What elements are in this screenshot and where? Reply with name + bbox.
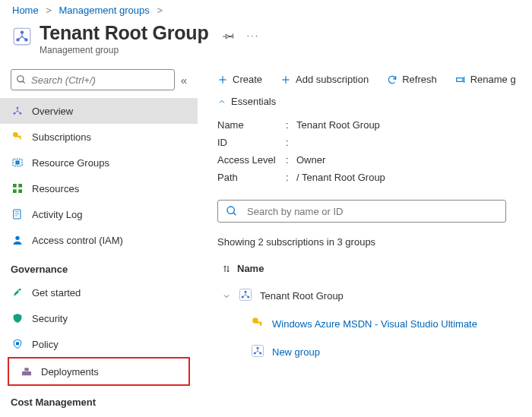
rename-button[interactable]: Rename g — [455, 74, 516, 85]
svg-rect-14 — [13, 184, 17, 188]
essentials-path-value: / Tenant Root Group — [296, 172, 385, 183]
sidebar-item-label: Resource Groups — [32, 157, 109, 169]
breadcrumb-management-groups[interactable]: Management groups — [59, 5, 150, 16]
management-group-icon — [12, 27, 32, 49]
sidebar-search[interactable] — [11, 69, 175, 90]
page-subtitle: Management group — [40, 45, 209, 55]
sidebar-item-resources[interactable]: Resources — [0, 175, 198, 201]
breadcrumb-home[interactable]: Home — [12, 5, 39, 16]
refresh-button[interactable]: Refresh — [387, 74, 437, 85]
key-icon — [11, 131, 24, 143]
tree-row-root[interactable]: Tenant Root Group — [217, 282, 532, 310]
log-icon — [11, 208, 24, 220]
svg-point-4 — [17, 76, 24, 82]
page-title: Tenant Root Group — [40, 22, 209, 44]
svg-point-33 — [227, 207, 234, 213]
sidebar-item-subscriptions[interactable]: Subscriptions — [0, 124, 198, 150]
rocket-icon — [11, 286, 24, 299]
sidebar-item-security[interactable]: Security — [0, 305, 198, 331]
rename-icon — [455, 74, 466, 85]
chevron-right-icon: > — [41, 5, 56, 16]
pin-icon[interactable] — [223, 30, 235, 44]
essentials-toggle[interactable]: Essentials — [217, 96, 532, 116]
sidebar-item-access-control[interactable]: Access control (IAM) — [0, 227, 198, 253]
svg-rect-10 — [17, 136, 21, 137]
name-column-header[interactable]: Name — [217, 258, 532, 282]
svg-rect-13 — [16, 161, 19, 164]
plus-icon — [217, 74, 228, 85]
svg-point-6 — [17, 107, 19, 109]
svg-rect-11 — [20, 137, 21, 140]
sidebar-item-label: Activity Log — [32, 209, 82, 220]
refresh-icon — [387, 74, 397, 85]
sidebar-item-get-started[interactable]: Get started — [0, 280, 198, 305]
sidebar-item-label: Access control (IAM) — [32, 235, 123, 246]
chevron-up-icon — [217, 97, 226, 106]
essentials-id-key: ID — [217, 137, 286, 148]
svg-rect-31 — [456, 77, 462, 81]
svg-rect-24 — [16, 342, 19, 345]
sidebar-item-label: Security — [32, 313, 68, 324]
toolbar: Create Add subscription Refresh Rename g — [217, 66, 532, 96]
section-governance: Governance — [0, 253, 198, 280]
svg-rect-41 — [260, 324, 261, 326]
resource-group-icon — [11, 156, 24, 169]
add-subscription-button[interactable]: Add subscription — [280, 74, 369, 85]
tree-row-subscription[interactable]: Windows Azure MSDN - Visual Studio Ultim… — [217, 310, 532, 338]
sidebar-item-label: Policy — [32, 339, 59, 350]
grid-icon — [11, 182, 24, 194]
person-icon — [11, 234, 24, 246]
tree-row-group[interactable]: New group — [217, 338, 532, 366]
sidebar-item-deployments[interactable]: Deployments — [9, 359, 188, 384]
tree-row-link[interactable]: New group — [272, 346, 320, 358]
svg-point-1 — [21, 30, 24, 33]
chevron-right-icon: > — [152, 5, 167, 16]
more-icon[interactable]: ··· — [247, 30, 260, 44]
shield-icon — [11, 312, 24, 324]
deployment-icon — [20, 365, 33, 378]
collapse-sidebar-icon[interactable]: « — [181, 74, 187, 87]
sidebar-item-label: Overview — [32, 106, 73, 117]
sidebar: « Overview Subscriptions Resource Groups… — [0, 66, 198, 412]
search-icon — [226, 205, 238, 217]
essentials-name-key: Name — [217, 119, 286, 131]
create-button[interactable]: Create — [217, 74, 262, 85]
key-icon — [251, 316, 264, 332]
svg-rect-25 — [22, 371, 31, 375]
breadcrumb: Home > Management groups > — [0, 0, 532, 21]
svg-line-34 — [233, 213, 236, 215]
tree-search[interactable] — [217, 200, 506, 223]
chevron-down-icon[interactable] — [222, 292, 231, 301]
plus-icon — [280, 74, 291, 85]
svg-rect-26 — [24, 368, 28, 371]
sidebar-item-label: Resources — [32, 183, 79, 194]
essentials-path-key: Path — [217, 172, 286, 183]
sort-icon — [222, 264, 231, 274]
showing-text: Showing 2 subscriptions in 3 groups — [217, 233, 532, 258]
tree-row-link[interactable]: Windows Azure MSDN - Visual Studio Ultim… — [272, 318, 477, 330]
svg-line-5 — [23, 81, 25, 84]
svg-point-36 — [245, 291, 247, 293]
essentials-access-key: Access Level — [217, 154, 286, 166]
svg-point-23 — [18, 290, 20, 292]
svg-rect-15 — [18, 184, 22, 188]
sidebar-item-label: Get started — [32, 287, 81, 299]
essentials-name-value: Tenant Root Group — [296, 119, 380, 131]
policy-icon — [11, 338, 24, 350]
sidebar-item-label: Deployments — [41, 366, 99, 378]
sidebar-item-activity-log[interactable]: Activity Log — [0, 201, 198, 227]
essentials-access-value: Owner — [296, 154, 325, 166]
sidebar-item-overview[interactable]: Overview — [0, 98, 198, 124]
svg-point-22 — [15, 236, 19, 240]
tree-search-input[interactable] — [247, 206, 498, 217]
sidebar-item-policy[interactable]: Policy — [0, 331, 198, 357]
svg-rect-18 — [14, 210, 21, 219]
management-group-icon — [239, 288, 252, 304]
svg-rect-40 — [257, 322, 262, 324]
sidebar-item-resource-groups[interactable]: Resource Groups — [0, 150, 198, 175]
svg-point-43 — [257, 347, 259, 349]
svg-rect-16 — [13, 189, 17, 193]
tree-row-label: Tenant Root Group — [260, 290, 344, 302]
sidebar-search-input[interactable] — [27, 74, 169, 86]
search-icon — [16, 74, 27, 85]
